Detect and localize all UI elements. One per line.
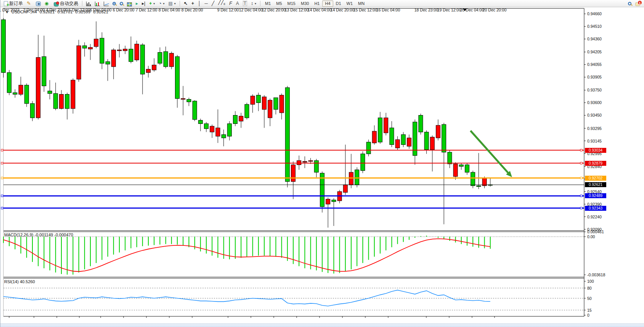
hline-price-label: 0.93034 [585,148,606,153]
chart-area[interactable]: ▼ USDCHF-,H4 0.92621 0.92701 0.92599 0.9… [0,8,644,323]
candle-body [279,95,284,113]
vline-icon: │ [198,1,201,6]
search-button[interactable] [626,0,633,7]
candle-body [465,165,469,172]
timeframe-button-H1[interactable]: H1 [312,0,322,7]
experts-button[interactable] [34,0,43,7]
hline-price-label: 0.92489 [585,193,606,198]
signals-button[interactable] [43,0,52,7]
candle-body [471,172,475,186]
cursor-icon: ↖ [184,1,188,6]
channel-button[interactable]: ╱╱E [216,0,227,7]
line-handle[interactable] [580,177,582,179]
tile-windows-button[interactable] [125,0,134,7]
tile-windows-icon [127,2,132,6]
timeframe-button-D1[interactable]: D1 [333,0,344,7]
trendline-icon: ╱ [212,1,214,6]
dropdown-caret-icon: ▾ [174,2,176,5]
arrows-button[interactable]: ↕▾ [249,0,258,7]
candle-body [239,116,243,121]
indicators-button[interactable]: +▾ [147,0,157,7]
candle-body [407,138,411,146]
candle-body [453,164,458,176]
notification-bubble-icon: 1 [635,2,640,6]
candlestick-chart-button[interactable] [93,0,102,7]
cursor-button[interactable]: ↖ [182,0,190,7]
price-chart-canvas[interactable] [0,8,644,327]
candle-body [477,186,481,186]
candle-body [366,142,371,154]
timeframe-button-M30[interactable]: M30 [298,0,312,7]
timeframe-button-M15[interactable]: M15 [285,0,298,7]
bar-chart-button[interactable] [84,0,93,7]
candle-body [181,98,185,99]
label-icon: T [243,1,247,6]
candle-body [42,57,46,86]
toolbar-separator [260,1,260,6]
crosshair-button[interactable]: + [190,0,196,7]
time-axis-label: 8 Dec 20:00 [181,8,203,12]
notifications-button[interactable]: 1 [633,0,642,7]
candle-body [332,200,336,202]
time-axis-label: 9 Dec 12:00 [217,8,239,12]
candle-body [82,46,87,48]
line-handle[interactable] [580,195,582,197]
candle-body [262,97,267,109]
zoom-in-button[interactable]: + [111,0,118,7]
trendline-button[interactable]: ╱ [210,0,216,7]
symbol-dropdown-icon[interactable]: ▼ [5,10,9,14]
line-handle[interactable] [580,162,582,164]
candle-body [187,99,191,102]
zoom-out-button[interactable]: - [118,0,125,7]
candle-body [204,123,209,128]
annotation-arrow[interactable] [471,131,509,175]
candle-body [274,98,278,109]
candle-body [361,154,365,171]
timeframe-button-W1[interactable]: W1 [344,0,356,7]
time-axis-label: 20 Dec 04:00 [460,8,484,12]
macd-name: MACD(12,26,9) [4,232,33,237]
candle-body [245,104,249,118]
fibonacci-button[interactable]: F [227,0,234,7]
chart-shift-button[interactable]: ▸| [140,0,147,7]
text-button[interactable]: A [234,0,241,7]
rsi-axis-tick: 100 [587,279,594,284]
window-bottom-edge [0,324,644,327]
timeframe-button-MN[interactable]: MN [355,0,367,7]
vertical-line-button[interactable]: │ [196,0,203,7]
time-axis-label: 6 Dec 20:00 [113,8,135,12]
line-handle[interactable] [1,195,3,197]
candle-body [129,49,133,62]
line-handle[interactable] [580,149,582,151]
line-handle[interactable] [1,177,3,179]
candle-body [326,199,330,204]
candle-body [71,80,75,109]
label-button[interactable]: T [241,0,249,7]
time-axis-label: 14 Dec 04:00 [308,8,331,12]
line-handle[interactable] [580,207,582,209]
line-handle[interactable] [1,149,3,151]
timeframe-button-H4[interactable]: H4 [322,0,333,7]
timeframe-button-M1[interactable]: M1 [262,0,273,7]
line-chart-button[interactable] [102,0,111,7]
autotrade-button[interactable]: 自动交易 [52,0,80,7]
horizontal-line-button[interactable]: ─ [202,0,210,7]
candle-body [77,46,81,79]
candle-body [343,185,347,192]
timeframe-button-M5[interactable]: M5 [273,0,284,7]
styler-button[interactable] [25,0,34,7]
price-axis-tick: 0.93450 [587,113,602,117]
line-handle[interactable] [1,162,3,164]
fibonacci-icon: F [229,1,232,6]
hline-price-label: 0.92879 [585,161,606,166]
candle-body [100,38,104,63]
candle-body [372,131,376,143]
new-order-button[interactable]: 新订单 [2,0,25,7]
line-handle[interactable] [1,207,3,209]
toolbar: 新订单自动交易 +-▸▸|+▾◔▾▤▾ ↖+│─╱╱╱EFAT↕▾ M1M5M1… [0,0,644,7]
templates-button[interactable]: ▤▾ [166,0,177,7]
time-axis-label: 8 Dec 04:00 [159,8,180,12]
periods-button[interactable]: ◔▾ [157,0,166,7]
signal-icon [45,1,50,6]
auto-scroll-button[interactable]: ▸ [134,0,140,7]
